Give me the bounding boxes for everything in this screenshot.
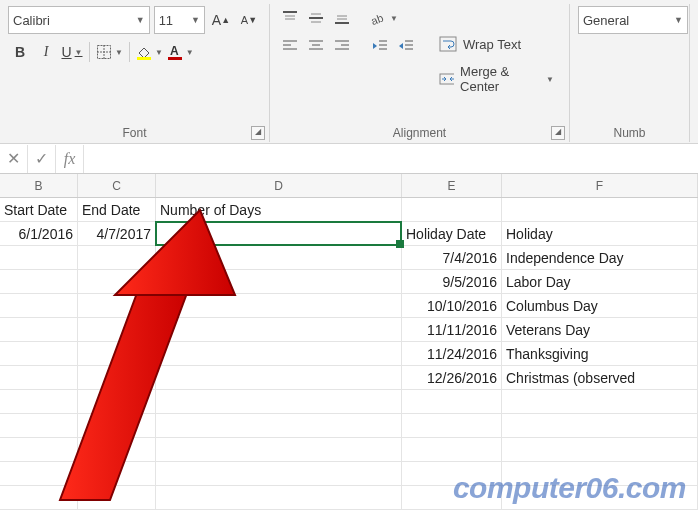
cell[interactable] [0,294,78,317]
cell[interactable] [156,270,402,293]
column-header[interactable]: B [0,174,78,197]
align-middle-button[interactable] [304,6,328,30]
underline-button[interactable]: U▼ [60,40,84,64]
table-row: 12/26/2016 Christmas (observed [0,366,698,390]
align-bottom-button[interactable] [330,6,354,30]
align-right-button[interactable] [330,34,354,58]
cell[interactable]: 10/10/2016 [402,294,502,317]
insert-function-button[interactable]: fx [56,145,84,173]
fill-color-button[interactable]: ▼ [135,40,164,64]
enter-button[interactable]: ✓ [28,145,56,173]
ribbon: Calibri ▼ 11 ▼ A▲ A▼ B I U▼ ▼ [0,0,698,144]
cell[interactable]: Christmas (observed [502,366,698,389]
cell[interactable] [156,294,402,317]
cell[interactable] [78,270,156,293]
increase-indent-button[interactable] [394,34,418,58]
cell[interactable]: 11/24/2016 [402,342,502,365]
orientation-icon: ab [369,10,387,26]
bold-button[interactable]: B [8,40,32,64]
cell[interactable] [0,342,78,365]
cell[interactable]: 9/5/2016 [402,270,502,293]
column-header[interactable]: D [156,174,402,197]
column-header[interactable]: C [78,174,156,197]
chevron-down-icon: ▼ [546,75,554,84]
table-row: 10/10/2016 Columbus Day [0,294,698,318]
cell[interactable] [78,294,156,317]
formula-input[interactable] [84,145,698,173]
align-left-icon [281,38,299,54]
cell[interactable]: Start Date [0,198,78,221]
cell[interactable] [156,342,402,365]
cell[interactable] [78,318,156,341]
cell[interactable]: Independence Day [502,246,698,269]
paint-bucket-icon [136,44,152,60]
cell[interactable]: 7/4/2016 [402,246,502,269]
cell[interactable]: Holiday [502,222,698,245]
font-name-combo[interactable]: Calibri ▼ [8,6,150,34]
table-row: 11/24/2016 Thanksgiving [0,342,698,366]
cell[interactable] [0,318,78,341]
align-center-button[interactable] [304,34,328,58]
dialog-launcher-button[interactable]: ◢ [551,126,565,140]
cell[interactable] [156,246,402,269]
column-header[interactable]: F [502,174,698,197]
cell[interactable] [156,366,402,389]
svg-rect-5 [168,57,182,60]
cancel-button[interactable]: ✕ [0,145,28,173]
dialog-launcher-button[interactable]: ◢ [251,126,265,140]
cell[interactable]: Thanksgiving [502,342,698,365]
orientation-button[interactable]: ab▼ [368,6,399,30]
cell[interactable]: 11/11/2016 [402,318,502,341]
chevron-down-icon: ▼ [155,48,163,57]
rows: Start Date End Date Number of Days 6/1/2… [0,198,698,510]
cell[interactable] [78,342,156,365]
wrap-text-icon [439,36,457,52]
borders-button[interactable]: ▼ [95,40,124,64]
table-row: 9/5/2016 Labor Day [0,270,698,294]
watermark: computer06.com [453,471,686,505]
borders-icon [96,44,112,60]
increase-font-size-button[interactable]: A▲ [209,8,233,32]
number-format-combo[interactable]: General ▼ [578,6,688,34]
cell[interactable] [0,270,78,293]
cell[interactable] [402,198,502,221]
cell[interactable]: 6/1/2016 [0,222,78,245]
cell[interactable]: 4/7/2017 [78,222,156,245]
worksheet-grid[interactable]: B C D E F Start Date End Date Number of … [0,174,698,510]
number-group: General ▼ Numb [570,4,690,142]
cell[interactable]: Columbus Day [502,294,698,317]
cell[interactable]: Veterans Day [502,318,698,341]
cell[interactable] [0,366,78,389]
font-size-combo[interactable]: 11 ▼ [154,6,205,34]
svg-rect-3 [137,57,151,60]
align-middle-icon [307,10,325,26]
table-row: Start Date End Date Number of Days [0,198,698,222]
column-header[interactable]: E [402,174,502,197]
cell[interactable]: Number of Days [156,198,402,221]
separator [129,42,130,62]
cell-active[interactable] [156,222,402,245]
align-left-button[interactable] [278,34,302,58]
align-top-button[interactable] [278,6,302,30]
decrease-indent-button[interactable] [368,34,392,58]
align-top-icon [281,10,299,26]
align-center-icon [307,38,325,54]
cell[interactable] [78,366,156,389]
cell[interactable] [78,246,156,269]
chevron-down-icon: ▼ [115,48,123,57]
merge-center-label: Merge & Center [460,64,537,94]
cell[interactable] [0,246,78,269]
italic-button[interactable]: I [34,40,58,64]
font-size-value: 11 [159,13,173,28]
merge-center-button[interactable]: Merge & Center ▼ [432,60,561,98]
wrap-text-button[interactable]: Wrap Text [432,32,561,56]
decrease-font-size-button[interactable]: A▼ [237,8,261,32]
cell[interactable]: 12/26/2016 [402,366,502,389]
cell[interactable]: Holiday Date [402,222,502,245]
cell[interactable] [156,318,402,341]
cell[interactable]: Labor Day [502,270,698,293]
cell[interactable] [502,198,698,221]
cell[interactable]: End Date [78,198,156,221]
table-row: 7/4/2016 Independence Day [0,246,698,270]
font-color-button[interactable]: A ▼ [166,40,195,64]
